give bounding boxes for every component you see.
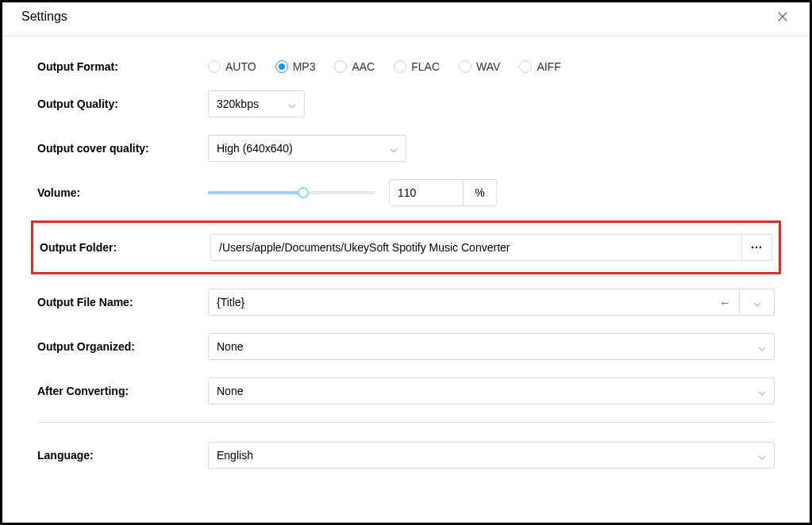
chevron-down-icon [390,144,398,152]
radio-aac[interactable]: AAC [334,60,375,73]
row-file-name: Output File Name: {Title} ← [37,289,775,316]
radio-wav[interactable]: WAV [459,60,500,73]
radio-auto[interactable]: AUTO [208,60,256,73]
radio-label-aac: AAC [352,60,375,73]
file-name-dropdown-button[interactable] [740,289,775,316]
label-volume: Volume: [37,186,208,199]
close-button[interactable] [775,9,791,25]
header-title: Settings [21,10,67,24]
radio-label-flac: FLAC [411,60,440,73]
chevron-down-icon [758,343,766,351]
format-radio-group: AUTO MP3 AAC FLAC [208,60,561,73]
label-language: Language: [37,449,208,462]
select-output-quality[interactable]: 320kbps [208,90,305,117]
row-output-folder: Output Folder: ··· [31,220,781,274]
header: Settings [2,2,810,36]
label-after-converting: After Converting: [37,385,208,397]
label-output-quality: Output Quality: [37,98,208,110]
select-value-quality: 320kbps [217,98,259,110]
row-volume: Volume: % [37,179,775,206]
label-cover-quality: Output cover quality: [37,142,208,155]
select-value-organized: None [217,340,243,353]
select-value-after: None [217,385,243,397]
close-icon [777,11,788,22]
row-language: Language: English [37,442,775,469]
row-after-converting: After Converting: None [37,377,775,404]
select-organized[interactable]: None [208,333,775,360]
chevron-down-icon [288,100,296,108]
select-after-converting[interactable]: None [208,377,775,404]
settings-window: Settings Output Format: AUTO MP3 [0,0,812,525]
row-output-quality: Output Quality: 320kbps [37,90,775,117]
label-organized: Output Organized: [37,340,208,353]
select-value-language: English [217,449,253,462]
volume-input[interactable] [389,179,464,206]
chevron-down-icon [758,387,766,395]
file-name-value: {Title} [217,296,244,308]
label-output-format: Output Format: [37,60,208,73]
output-folder-input[interactable] [210,234,742,261]
select-cover-quality[interactable]: High (640x640) [208,135,406,162]
row-organized: Output Organized: None [37,333,775,360]
settings-content: Output Format: AUTO MP3 AAC [2,36,810,523]
arrow-left-icon: ← [719,296,731,309]
radio-label-auto: AUTO [225,60,256,73]
volume-suffix: % [464,179,497,206]
section-divider [37,422,775,423]
radio-flac[interactable]: FLAC [394,60,440,73]
radio-label-mp3: MP3 [293,60,316,73]
radio-mp3[interactable]: MP3 [275,60,316,73]
label-file-name: Output File Name: [37,296,208,308]
select-language[interactable]: English [208,442,775,469]
file-name-input[interactable]: {Title} ← [208,289,740,316]
select-value-cover: High (640x640) [217,142,293,155]
chevron-down-icon [758,451,766,459]
browse-folder-button[interactable]: ··· [742,234,772,261]
ellipsis-icon: ··· [751,241,763,254]
radio-label-wav: WAV [476,60,500,73]
radio-label-aiff: AIFF [537,60,560,73]
row-cover-quality: Output cover quality: High (640x640) [37,135,775,162]
row-output-format: Output Format: AUTO MP3 AAC [37,60,775,73]
chevron-down-icon [753,298,761,306]
slider-handle[interactable] [298,187,309,198]
radio-aiff[interactable]: AIFF [519,60,560,73]
volume-slider[interactable] [208,186,375,199]
label-output-folder: Output Folder: [40,241,210,254]
